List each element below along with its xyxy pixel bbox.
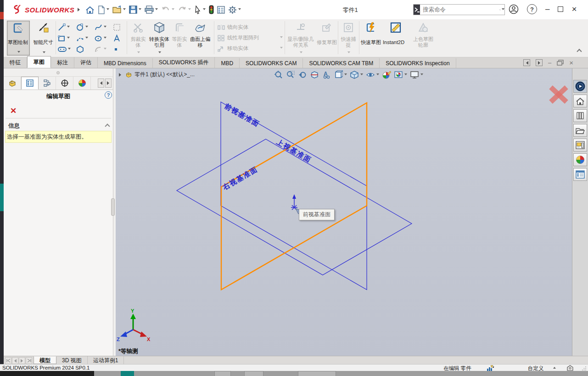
- doc-restore-button[interactable]: [557, 60, 564, 66]
- doc-close-button[interactable]: ×: [569, 59, 573, 67]
- section-view-button[interactable]: [310, 70, 319, 79]
- view-orientation-button[interactable]: [334, 70, 347, 79]
- sketch-button[interactable]: 草图绘制: [7, 21, 30, 56]
- hide-show-items-button[interactable]: [366, 70, 379, 79]
- trim-dropdown[interactable]: [137, 51, 140, 55]
- logo-expand-arrow[interactable]: [78, 8, 82, 11]
- point-tool[interactable]: [113, 46, 124, 52]
- quick-snaps-dropdown[interactable]: [347, 51, 350, 55]
- display-delete-relations-button[interactable]: 显示/删除几何关系: [286, 21, 315, 56]
- design-library-icon[interactable]: [573, 109, 587, 122]
- tab-features[interactable]: 特征: [4, 57, 27, 68]
- tab-scroll-last-button[interactable]: [26, 357, 32, 364]
- instant2d-button[interactable]: Instant2D: [383, 21, 409, 56]
- 3dexperience-icon[interactable]: [573, 80, 587, 93]
- trim-entities-button[interactable]: 剪裁实体: [129, 21, 148, 56]
- smart-dimension-button[interactable]: 智能尺寸: [33, 21, 54, 56]
- panel-splitter-row[interactable]: [4, 68, 113, 77]
- tab-scroll-first-button[interactable]: [5, 357, 11, 364]
- appearances-scenes-icon[interactable]: [573, 153, 587, 166]
- sketch-dropdown[interactable]: [17, 51, 20, 54]
- search-input[interactable]: [420, 6, 499, 13]
- collapse-right-pane-button[interactable]: [536, 59, 543, 66]
- tab-mbd[interactable]: MBD: [215, 58, 240, 68]
- tabs-scroll-left-button[interactable]: [98, 79, 104, 88]
- shaded-sketch-contours-button[interactable]: 上色草图轮廓: [411, 21, 435, 56]
- feature-manager-tab[interactable]: [4, 77, 21, 90]
- options-gear-button[interactable]: [228, 6, 241, 14]
- home-button[interactable]: [85, 6, 95, 14]
- slot-tool[interactable]: [58, 46, 74, 52]
- file-explorer-icon[interactable]: [573, 124, 587, 137]
- 3d-views-tab[interactable]: 3D 视图: [56, 356, 88, 364]
- view-settings-button[interactable]: [410, 70, 423, 79]
- select-cursor-button[interactable]: [194, 6, 206, 14]
- view-orientation-caret[interactable]: [344, 73, 347, 77]
- previous-view-button[interactable]: [298, 70, 307, 79]
- splitter-handle[interactable]: [56, 71, 60, 74]
- edit-appearance-button[interactable]: [382, 70, 391, 79]
- selection-box-tool[interactable]: [113, 23, 124, 31]
- fillet-tool[interactable]: [95, 45, 111, 53]
- document-properties-button[interactable]: [217, 6, 225, 14]
- ellipse-tool[interactable]: [95, 34, 111, 42]
- linear-pattern-item[interactable]: 线性草图阵列: [218, 33, 283, 43]
- move-entities-dropdown[interactable]: [280, 47, 283, 50]
- customize-caret[interactable]: [553, 367, 556, 369]
- open-document-button[interactable]: [112, 6, 126, 14]
- rebuild-traffic-light-icon[interactable]: [209, 5, 214, 14]
- doc-minimize-button[interactable]: –: [548, 59, 551, 66]
- account-icon[interactable]: [509, 4, 519, 14]
- display-style-button[interactable]: [350, 70, 363, 79]
- help-icon[interactable]: ?: [527, 4, 537, 14]
- configuration-manager-tab[interactable]: [39, 77, 56, 90]
- view-palette-icon[interactable]: [573, 139, 587, 152]
- tree-expand-arrow[interactable]: [119, 73, 123, 77]
- ribbon-collapse-chevron[interactable]: [577, 47, 581, 55]
- tab-sketch[interactable]: 草图: [27, 56, 51, 68]
- apply-scene-caret[interactable]: [404, 73, 407, 77]
- undo-button[interactable]: [161, 6, 174, 14]
- resize-grip[interactable]: [582, 366, 587, 370]
- top-plane-label[interactable]: 上视基准面: [275, 137, 313, 164]
- motion-study-tab[interactable]: 运动算例1: [88, 356, 124, 364]
- relations-dropdown[interactable]: [300, 51, 302, 55]
- rapid-sketch-button[interactable]: 快速草图: [361, 21, 381, 56]
- right-plane-label[interactable]: 右视基准面: [221, 165, 259, 191]
- tab-scroll-prev-button[interactable]: [12, 357, 18, 364]
- quick-tips-icon[interactable]: [566, 365, 574, 371]
- sketch-visibility-button[interactable]: A: [322, 70, 331, 79]
- offset-entities-button[interactable]: 等距实体: [171, 21, 188, 56]
- tab-addins[interactable]: SOLIDWORKS 插件: [153, 57, 215, 68]
- tab-cam-tbm[interactable]: SOLIDWORKS CAM TBM: [303, 58, 380, 68]
- front-plane-label[interactable]: 前视基准面: [223, 101, 261, 128]
- repair-sketch-button[interactable]: 修复草图: [317, 21, 337, 56]
- arc-tool[interactable]: [76, 34, 93, 42]
- search-dropdown-caret[interactable]: [502, 8, 504, 11]
- tabs-scroll-right-button[interactable]: [105, 79, 112, 88]
- tab-cam[interactable]: SOLIDWORKS CAM: [240, 58, 303, 68]
- origin-marker[interactable]: [291, 194, 297, 210]
- text-tool[interactable]: [113, 34, 124, 42]
- zoom-to-area-button[interactable]: [286, 70, 295, 79]
- quick-snaps-button[interactable]: 快速捕捉: [339, 21, 358, 56]
- feature-tree-flyout[interactable]: 零件1 (默认) <<默认>_...: [118, 71, 195, 79]
- spline-tool[interactable]: [95, 23, 111, 31]
- circle-tool[interactable]: [76, 23, 93, 31]
- new-document-button[interactable]: [98, 6, 109, 14]
- close-button[interactable]: ×: [571, 4, 577, 15]
- tab-annotations[interactable]: 标注: [51, 57, 74, 68]
- linear-pattern-dropdown[interactable]: [280, 36, 283, 39]
- mirror-entities-item[interactable]: 镜向实体: [218, 22, 283, 33]
- redo-button[interactable]: [178, 6, 191, 14]
- taskpane-home-icon[interactable]: [573, 95, 587, 107]
- line-tool[interactable]: [58, 23, 74, 31]
- display-manager-tab[interactable]: [73, 77, 91, 90]
- smart-dimension-dropdown[interactable]: [43, 51, 45, 55]
- minimize-button[interactable]: –: [545, 4, 549, 15]
- graphics-viewport[interactable]: 前视基准面 上视基准面 右视基准面: [116, 68, 572, 356]
- save-button[interactable]: [129, 6, 141, 14]
- property-manager-tab[interactable]: [21, 77, 39, 90]
- print-button[interactable]: [145, 6, 158, 14]
- tab-mbd-dimensions[interactable]: MBD Dimensions: [98, 58, 153, 68]
